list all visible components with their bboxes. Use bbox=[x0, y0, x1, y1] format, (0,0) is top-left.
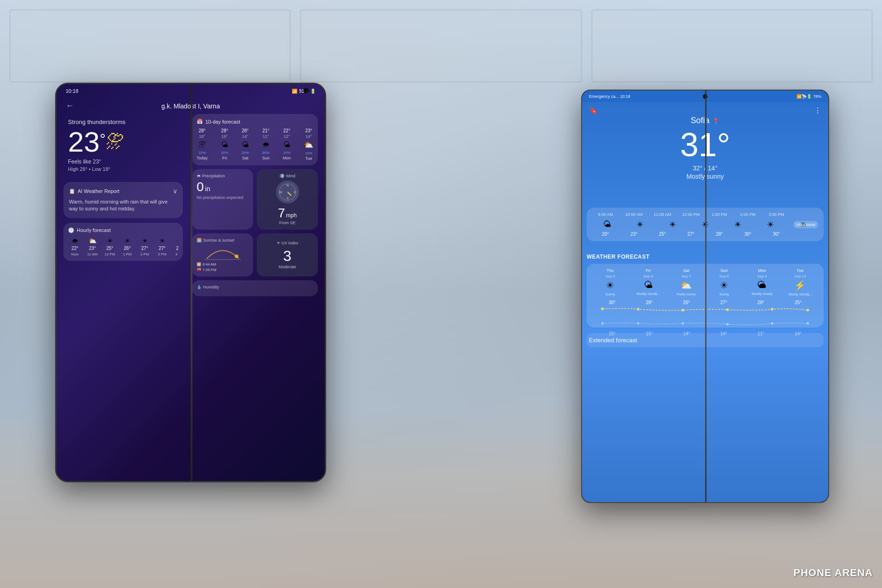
city-pin: 📍 bbox=[712, 118, 720, 125]
humidity-card[interactable]: 💧 Humidity bbox=[192, 280, 318, 296]
status-icons-right: 📶📡🔋 bbox=[797, 94, 812, 99]
col-day-2: Sat bbox=[683, 268, 690, 273]
precip-note: No precipitation expected bbox=[197, 195, 249, 200]
fold-line-left bbox=[191, 84, 192, 481]
hourly-time-6: 4 PM bbox=[175, 252, 178, 256]
sunrise-time-value: 6:44 AM bbox=[203, 262, 216, 266]
svg-text:N: N bbox=[286, 184, 288, 187]
svg-point-8 bbox=[601, 307, 604, 310]
svg-point-18 bbox=[771, 322, 773, 325]
svg-point-11 bbox=[726, 308, 729, 311]
tlow-5: 14° bbox=[780, 331, 817, 336]
day-icon-5: ⛅ bbox=[304, 141, 313, 149]
bookmark-icon[interactable]: 🔖 bbox=[589, 106, 598, 115]
forecast-cal-icon: 📅 bbox=[197, 119, 203, 124]
svg-point-17 bbox=[726, 323, 729, 326]
sunset-time-value: 7:25 PM bbox=[203, 268, 216, 272]
ai-report-title: 📋 AI Weather Report bbox=[69, 188, 119, 194]
hourly-scroll: 🌧 22° Now ⛅ 23° 11 AM ☀ 25° 12 PM bbox=[68, 237, 178, 256]
high-low: High 28° • Low 18° bbox=[68, 166, 178, 172]
col-date-1: Sep 6 bbox=[644, 274, 653, 278]
tl-temp-1: 23° bbox=[620, 232, 648, 237]
hourly-temp-2: 25° bbox=[106, 246, 113, 251]
view-more-button[interactable]: View more bbox=[793, 221, 818, 228]
wind-card[interactable]: 💨 Wind N S W E bbox=[257, 169, 318, 230]
sunrise-visual bbox=[197, 245, 249, 261]
hourly-title: 🕐 Hourly forecast bbox=[68, 227, 178, 233]
weather-condition: Strong thunderstorms bbox=[68, 119, 178, 125]
wind-compass-svg: N S W E bbox=[278, 183, 297, 201]
tl-time-0: 9:00 AM bbox=[591, 212, 620, 217]
day-name-1: Fri bbox=[222, 156, 227, 160]
forecast-day-2: 28° 14° 🌤 20% Sat bbox=[242, 128, 249, 161]
day-pct-2: 20% bbox=[242, 151, 249, 155]
forecast-col-thu: Thu Sep 5 ☀ Sunny bbox=[591, 268, 629, 296]
left-screen: 10:18 📶 91% 🔋 ← g.k. Mladost I, Varna St… bbox=[57, 84, 325, 481]
tl-icon-4: ☀ bbox=[721, 220, 754, 230]
precipitation-card[interactable]: 🌧 Precipitation 0 in No precipitation ex… bbox=[192, 169, 253, 230]
wind-unit: mph bbox=[286, 212, 297, 219]
back-arrow[interactable]: ← bbox=[66, 101, 74, 111]
forecast-10day-card[interactable]: 📅 10-day forecast 28° 18° ⛈ 10% Today 28… bbox=[192, 114, 318, 165]
bg-window-frames bbox=[0, 0, 882, 92]
forecast-day-0: 28° 18° ⛈ 10% Today bbox=[197, 128, 208, 161]
precip-value-row: 0 in bbox=[197, 181, 249, 193]
more-icon[interactable]: ⋮ bbox=[814, 106, 821, 115]
col-icon-1: 🌤 bbox=[644, 280, 653, 290]
phonearena-watermark: PHONE ARENA bbox=[793, 567, 873, 579]
hourly-temp-6: 27° bbox=[176, 246, 178, 251]
precip-value: 0 bbox=[197, 181, 204, 193]
day-icon-2: 🌤 bbox=[242, 141, 249, 149]
forecast-days: 28° 18° ⛈ 10% Today 28° 19° 🌤 10% Fri bbox=[197, 128, 313, 161]
uv-title: ☀ UV index bbox=[277, 241, 299, 245]
sunrise-card[interactable]: 🌅 Sunrise & sunset 🌅 6: bbox=[192, 233, 253, 277]
tl-time-3: 12:00 PM bbox=[677, 212, 705, 217]
day-icon-3: 🌧 bbox=[262, 141, 270, 149]
hourly-temp-0: 22° bbox=[71, 246, 78, 251]
col-cond-0: Sunny bbox=[605, 292, 615, 296]
col-day-0: Thu bbox=[607, 268, 614, 273]
ai-report-card[interactable]: 📋 AI Weather Report ∨ Warm, humid mornin… bbox=[63, 182, 183, 218]
sunrise-uv-row: 🌅 Sunrise & sunset 🌅 6: bbox=[192, 233, 318, 277]
day-low-3: 11° bbox=[263, 134, 269, 139]
forecast-day-3: 21° 11° 🌧 60% Sun bbox=[262, 128, 270, 161]
precip-unit: in bbox=[205, 185, 210, 192]
col-date-3: Sep 8 bbox=[719, 274, 729, 278]
col-icon-5: ⚡ bbox=[794, 280, 806, 291]
tlow-3: 14° bbox=[705, 331, 742, 336]
hourly-time-1: 11 AM bbox=[87, 252, 98, 256]
day-low-2: 14° bbox=[242, 134, 249, 139]
hourly-item-5: ☀ 27° 3 PM bbox=[155, 237, 169, 256]
ai-report-expand[interactable]: ∨ bbox=[173, 187, 177, 195]
tlow-2: 14° bbox=[668, 331, 705, 336]
day-high-2: 28° bbox=[242, 128, 249, 133]
day-pct-0: 10% bbox=[198, 151, 206, 155]
col-icon-4: 🌥 bbox=[758, 280, 767, 290]
left-phone: 10:18 📶 91% 🔋 ← g.k. Mladost I, Varna St… bbox=[55, 83, 326, 482]
day-high-3: 21° bbox=[262, 128, 269, 133]
hourly-temp-5: 27° bbox=[158, 246, 165, 251]
thigh-0: 30° bbox=[594, 300, 631, 305]
day-name-0: Today bbox=[197, 156, 208, 160]
svg-point-12 bbox=[771, 308, 774, 311]
svg-line-5 bbox=[288, 192, 291, 196]
tl-temp-3: 27° bbox=[677, 232, 705, 237]
day-high-4: 22° bbox=[283, 128, 290, 133]
forecast-day-5: 23° 14° ⛅ 10% Tue bbox=[304, 128, 313, 161]
hourly-item-2: ☀ 25° 12 PM bbox=[103, 237, 117, 256]
sunrise-arc-svg bbox=[204, 245, 241, 261]
wind-title: 💨 Wind bbox=[279, 174, 295, 178]
wind-value-row: 7 mph bbox=[278, 206, 297, 220]
svg-point-19 bbox=[807, 322, 809, 325]
hourly-forecast-card[interactable]: 🕐 Hourly forecast 🌧 22° Now ⛅ 23° 11 AM bbox=[63, 223, 183, 261]
col-date-2: Sep 7 bbox=[681, 274, 691, 278]
wind-title-text: Wind bbox=[286, 174, 295, 178]
thunder-icon: ⛈ bbox=[106, 132, 124, 151]
tl-icon-1: ☀ bbox=[624, 220, 656, 230]
forecast-col-mon: Mon Sep 9 🌥 Mostly cloudy bbox=[743, 268, 781, 296]
hourly-item-3: ☀ 26° 1 PM bbox=[120, 237, 134, 256]
tlow-4: 11° bbox=[742, 331, 780, 336]
right-panel: 📅 10-day forecast 28° 18° ⛈ 10% Today 28… bbox=[192, 114, 318, 472]
sunrise-icon: 🌅 bbox=[197, 238, 202, 243]
uv-card[interactable]: ☀ UV index 3 Moderate bbox=[257, 233, 318, 277]
